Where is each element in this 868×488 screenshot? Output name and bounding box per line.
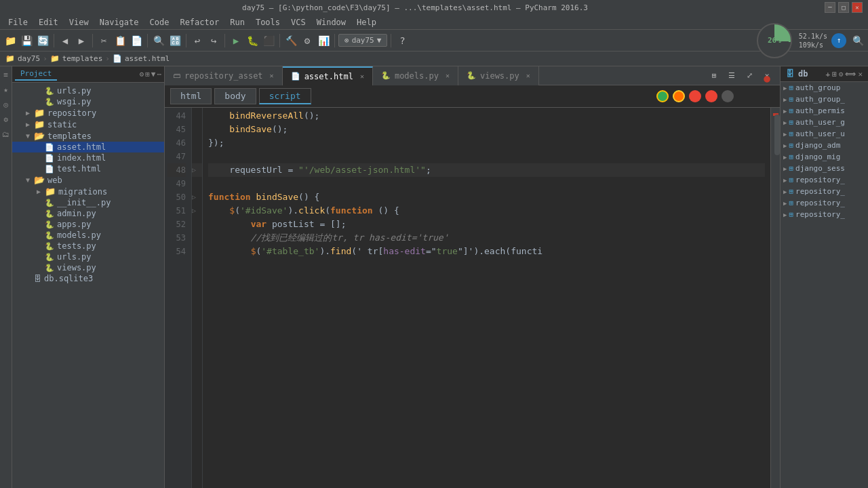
cut-button[interactable]: ✂ (96, 33, 111, 48)
db-item-django-sess[interactable]: ▶ ⊞ django_sess (781, 163, 868, 174)
editor-expand-button[interactable]: ⤢ (742, 68, 757, 83)
build-button[interactable]: 🔨 (283, 33, 298, 48)
tree-item-urls-py[interactable]: 🐍 urls.py (12, 85, 164, 96)
minimize-button[interactable]: ─ (825, 2, 835, 13)
tab-views-py[interactable]: 🐍 views.py ✕ (458, 66, 539, 85)
window-controls[interactable]: ─ □ ✕ (825, 2, 863, 13)
db-add-button[interactable]: + (826, 70, 831, 79)
db-item-django-mig[interactable]: ▶ ⊞ django_mig (781, 151, 868, 163)
tab-close-button[interactable]: ✕ (270, 72, 274, 79)
menu-tools[interactable]: Tools (250, 16, 285, 28)
vcs-button[interactable]: 📊 (316, 33, 331, 48)
tree-item-urls-py-web[interactable]: 🐍 urls.py (12, 251, 164, 262)
project-tab[interactable]: Project (15, 68, 57, 81)
tab-close-button[interactable]: ✕ (360, 73, 364, 80)
settings-button[interactable]: ⚙ (300, 33, 315, 48)
code-editor[interactable]: 44 45 46 47 48 49 50 51 52 53 54 (165, 108, 780, 488)
tree-item-static[interactable]: ▶ 📁 static (12, 119, 164, 130)
menu-view[interactable]: View (64, 16, 94, 28)
maximize-button[interactable]: □ (838, 2, 849, 13)
code-content[interactable]: bindReverseAll(); bindSave(); }); reques… (203, 108, 770, 488)
tree-item-models-py[interactable]: 🐍 models.py (12, 230, 164, 241)
db-item-repository-1[interactable]: ▶ ⊞ repository_ (781, 174, 868, 186)
db-item-repository-4[interactable]: ▶ ⊞ repository_ (781, 209, 868, 220)
hierarchy-icon[interactable]: 🗂 (1, 129, 12, 140)
debug-button[interactable]: 🐛 (245, 33, 260, 48)
menu-help[interactable]: Help (351, 16, 382, 28)
menu-window[interactable]: Window (311, 16, 351, 28)
db-item-auth-user-u[interactable]: ▶ ⊞ auth_user_u (781, 128, 868, 140)
db-expand-button[interactable]: ⟺ (845, 70, 856, 79)
stop-button[interactable]: ⬛ (261, 33, 276, 48)
db-item-auth-user-g[interactable]: ▶ ⊞ auth_user_g (781, 117, 868, 128)
run-button[interactable]: ▶ (229, 33, 243, 48)
html-tab-script[interactable]: script (259, 88, 311, 104)
dots-icon[interactable]: ⋯ (157, 70, 161, 79)
menu-run[interactable]: Run (224, 16, 250, 28)
performance-indicator[interactable]: 26% (757, 23, 792, 58)
copy-button[interactable]: 📋 (113, 33, 127, 48)
undo-button[interactable]: ↩ (190, 33, 205, 48)
tab-asset-html[interactable]: 📄 asset.html ✕ (283, 66, 373, 85)
breadcrumb-day75[interactable]: 📁 day75 (5, 54, 40, 63)
db-item-auth-permis[interactable]: ▶ ⊞ auth_permis (781, 105, 868, 117)
find-button[interactable]: 🔍 (151, 33, 166, 48)
search-everywhere-button[interactable]: 🔍 (850, 33, 865, 48)
breadcrumb-templates[interactable]: 📁 templates (50, 54, 103, 63)
editor-settings-button[interactable]: ⊞ (707, 68, 722, 83)
back-button[interactable]: ◀ (58, 33, 73, 48)
tree-item-test-html[interactable]: 📄 test.html (12, 163, 164, 174)
question-button[interactable]: ? (395, 33, 410, 48)
db-close-button[interactable]: ✕ (858, 70, 863, 79)
menu-vcs[interactable]: VCS (285, 16, 311, 28)
tree-item-admin-py[interactable]: 🐍 admin.py (12, 208, 164, 219)
replace-button[interactable]: 🔠 (167, 33, 182, 48)
close-button[interactable]: ✕ (852, 2, 863, 13)
scope-icon[interactable]: ◎ (1, 99, 12, 110)
db-item-repository-3[interactable]: ▶ ⊞ repository_ (781, 197, 868, 209)
db-layout-button[interactable]: ⊞ (832, 70, 837, 79)
menu-code[interactable]: Code (144, 16, 175, 28)
redo-button[interactable]: ↪ (206, 33, 221, 48)
tree-item-apps-py[interactable]: 🐍 apps.py (12, 219, 164, 230)
menu-edit[interactable]: Edit (33, 16, 64, 28)
tree-item-init-py[interactable]: 🐍 __init__.py (12, 197, 164, 208)
breadcrumb-asset-html[interactable]: 📄 asset.html (113, 54, 170, 63)
tab-models-py[interactable]: 🐍 models.py ✕ (373, 66, 458, 85)
forward-button[interactable]: ▶ (74, 33, 89, 48)
tree-item-wsgi-py[interactable]: 🐍 wsgi.py (12, 96, 164, 107)
menu-refactor[interactable]: Refactor (174, 16, 224, 28)
tree-item-repository[interactable]: ▶ 📁 repository (12, 107, 164, 119)
tree-item-tests-py[interactable]: 🐍 tests.py (12, 241, 164, 251)
db-refresh-button[interactable]: ⚙ (839, 70, 844, 79)
favorites-icon[interactable]: ★ (1, 84, 12, 95)
tree-item-templates[interactable]: ▼ 📂 templates (12, 130, 164, 142)
html-tab-html[interactable]: html (170, 88, 212, 104)
editor-layout-button[interactable]: ☰ (724, 68, 739, 83)
branch-selector[interactable]: ⊗ day75 ▼ (338, 34, 387, 47)
db-item-django-adm[interactable]: ▶ ⊞ django_adm (781, 140, 868, 151)
db-item-auth-group2[interactable]: ▶ ⊞ auth_group_ (781, 94, 868, 105)
tree-item-migrations[interactable]: ▶ 📁 migrations (12, 186, 164, 197)
db-item-auth-group[interactable]: ▶ ⊞ auth_group (781, 82, 868, 94)
services-icon[interactable]: ⚙ (1, 114, 12, 125)
paste-button[interactable]: 📄 (129, 33, 144, 48)
menu-navigate[interactable]: Navigate (94, 16, 144, 28)
tree-item-views-py[interactable]: 🐍 views.py (12, 262, 164, 273)
layout-icon[interactable]: ⊞ (145, 70, 150, 79)
menu-file[interactable]: File (3, 16, 33, 28)
save-button[interactable]: 💾 (19, 33, 34, 48)
scrollbar-thumb[interactable] (774, 115, 780, 155)
tree-item-db-sqlite3[interactable]: 🗄 db.sqlite3 (12, 273, 164, 284)
project-icon[interactable]: 📁 (3, 33, 18, 48)
collapse-icon[interactable]: ▼ (151, 70, 156, 79)
tree-item-asset-html[interactable]: 📄 asset.html (12, 142, 164, 152)
html-tab-body[interactable]: body (214, 88, 256, 104)
tree-item-web[interactable]: ▼ 📂 web (12, 174, 164, 186)
tab-close-button[interactable]: ✕ (446, 72, 450, 79)
right-gutter[interactable] (770, 108, 780, 488)
tab-repository-asset[interactable]: 🗃 repository_asset ✕ (165, 66, 283, 85)
sync-button[interactable]: 🔄 (35, 33, 50, 48)
tab-close-button[interactable]: ✕ (526, 72, 530, 79)
tree-item-index-html[interactable]: 📄 index.html (12, 152, 164, 163)
